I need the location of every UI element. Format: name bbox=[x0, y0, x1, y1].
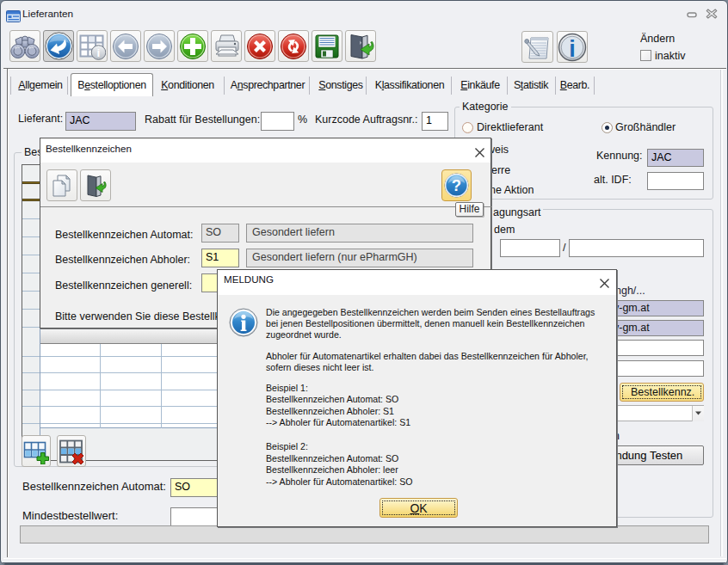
svg-text:?: ? bbox=[452, 176, 461, 194]
svg-text:i: i bbox=[569, 35, 576, 61]
svg-text:i: i bbox=[97, 46, 101, 59]
